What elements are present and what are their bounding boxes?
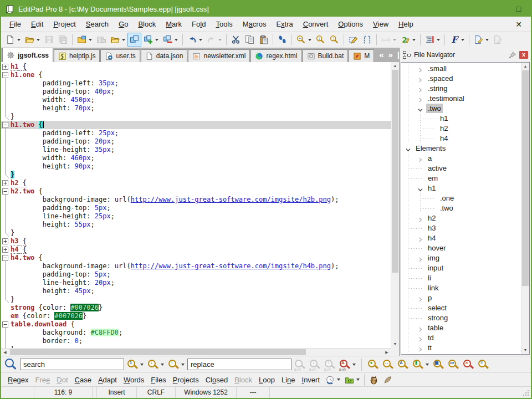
tree-item-p[interactable]: p	[401, 293, 521, 303]
option-projects[interactable]: Projects	[170, 375, 202, 385]
open-file-dropdown[interactable]	[37, 39, 40, 41]
find-next-button[interactable]: ↓	[146, 357, 165, 371]
jump-marks-button[interactable]	[275, 33, 289, 47]
tree-item-hover[interactable]: hover	[401, 243, 521, 253]
tree-item-active[interactable]: active	[401, 163, 521, 173]
menu-view[interactable]: View	[368, 18, 393, 30]
menu-file[interactable]: File	[4, 18, 26, 30]
replace-all-button[interactable]: AS+R	[338, 357, 357, 371]
tree-item-elements[interactable]: Elements	[401, 144, 521, 154]
tree-item-em[interactable]: em	[401, 173, 521, 183]
chevron-right-icon[interactable]	[418, 156, 423, 164]
tab-user-ts[interactable]: user.ts	[100, 49, 140, 62]
fold-collapse-icon[interactable]	[1, 320, 11, 329]
chevron-down-icon[interactable]	[418, 186, 423, 194]
chevron-down-icon[interactable]	[406, 146, 411, 154]
scroll-thumb[interactable]	[392, 70, 398, 273]
scroll-tabs-left[interactable]: «	[377, 49, 386, 60]
show-search-panel-button[interactable]: +	[294, 33, 314, 47]
tree-scroll-down-arrow[interactable]: ▼	[521, 346, 529, 354]
open-file-button[interactable]	[23, 33, 42, 47]
syntax-highlighting-dropdown[interactable]	[412, 39, 416, 41]
search-input[interactable]	[20, 359, 124, 370]
tab-m[interactable]: M	[349, 49, 374, 62]
project-files-dropdown[interactable]	[122, 39, 125, 41]
chevron-right-icon[interactable]	[418, 76, 423, 84]
tab-newsletter-xml[interactable]: newsletter.xml	[188, 49, 250, 62]
tree-item-one[interactable]: .one	[401, 193, 521, 203]
tree-item-input[interactable]: input	[401, 263, 521, 273]
tree-item-h2[interactable]: h2	[401, 213, 521, 223]
text-layout-font-button[interactable]: F	[447, 33, 467, 47]
tree-item-small[interactable]: .small	[401, 64, 521, 74]
tree-item-table[interactable]: table	[401, 323, 521, 333]
editor-horizontal-scrollbar[interactable]: ◀ ▶	[1, 348, 391, 356]
scroll-down-arrow[interactable]: ▼	[391, 340, 399, 348]
title-bar[interactable]: EditPad Pro 8 - [c:\My Documents\Samples…	[1, 1, 531, 17]
option-files[interactable]: Files	[147, 375, 169, 385]
tree-item-testimonial[interactable]: .testimonial	[401, 94, 521, 104]
paste-button[interactable]	[257, 33, 270, 47]
fold-expand-icon[interactable]	[1, 245, 11, 254]
tree-scrollbar[interactable]: ▲ ▼	[521, 63, 529, 354]
search-history-dropdown[interactable]	[337, 378, 340, 381]
tab-helptip-js[interactable]: helptip.js	[54, 49, 100, 62]
project-files-button[interactable]	[108, 33, 127, 47]
tree-item-tt[interactable]: tt	[401, 343, 521, 353]
option-loop[interactable]: Loop	[255, 375, 278, 385]
tree-item-h2[interactable]: h2	[401, 124, 521, 134]
open-project-button[interactable]	[75, 33, 94, 47]
menu-block[interactable]: Block	[133, 18, 161, 30]
fold-collapse-icon[interactable]	[1, 71, 11, 79]
chevron-right-icon[interactable]	[418, 66, 423, 74]
tree-item-select[interactable]: select	[401, 303, 521, 313]
tree-item-h3[interactable]: h3	[401, 223, 521, 233]
favorite-searches-dropdown[interactable]	[356, 378, 360, 381]
replace-all-dropdown[interactable]	[352, 364, 356, 366]
option-invert[interactable]: Invert	[299, 375, 324, 385]
chevron-right-icon[interactable]	[418, 216, 423, 224]
scroll-tabs-right[interactable]: »	[386, 49, 395, 60]
fold-expand-icon[interactable]	[1, 179, 11, 187]
cut-matches-button[interactable]: ×	[462, 357, 475, 371]
tree-item-string[interactable]: .string	[401, 84, 521, 94]
menu-tools[interactable]: Tools	[211, 18, 237, 30]
chevron-down-icon[interactable]	[418, 106, 423, 114]
search-up-button[interactable]: ↑	[328, 33, 341, 47]
tree-item-a[interactable]: a	[401, 154, 521, 163]
maximize-button[interactable]: □	[507, 1, 531, 17]
chevron-right-icon[interactable]	[418, 96, 423, 104]
close-project-button[interactable]	[161, 33, 180, 47]
replace-input[interactable]	[187, 359, 291, 370]
tab-data-json[interactable]: data.json	[141, 49, 188, 62]
search-titlecase-button[interactable]: A	[396, 357, 410, 371]
tree-item-td[interactable]: td	[401, 333, 521, 343]
syntax-highlighting-button[interactable]: 2	[398, 33, 418, 47]
edit-another-copy-button[interactable]	[472, 33, 491, 47]
pin-icon[interactable]	[508, 51, 516, 59]
option-closed[interactable]: Closed	[202, 375, 231, 385]
fold-expand-icon[interactable]	[1, 63, 11, 71]
edit-another-copy-dropdown[interactable]	[485, 39, 489, 41]
tree-item-h1[interactable]: h1	[401, 183, 521, 193]
tree-item-strong[interactable]: strong	[401, 313, 521, 323]
rectangular-select-button[interactable]	[346, 33, 360, 47]
new-file-dropdown[interactable]	[17, 39, 21, 41]
tree-item-li[interactable]: li	[401, 273, 521, 283]
find-previous-button[interactable]: ↑	[167, 357, 186, 371]
tree-item-spaced[interactable]: .spaced	[401, 74, 521, 84]
tree-item-h4[interactable]: h4	[401, 134, 521, 144]
indent-options-dropdown[interactable]	[437, 39, 440, 41]
chevron-right-icon[interactable]	[418, 345, 423, 354]
regexmagic-button[interactable]	[381, 372, 395, 387]
scroll-left-arrow[interactable]: ◀	[1, 350, 9, 355]
tree-scroll-up-arrow[interactable]: ▲	[521, 63, 529, 70]
option-adapt[interactable]: Adapt	[95, 375, 120, 385]
code-area[interactable]: h1 {h1.one { padding-left: 35px; padding…	[1, 63, 391, 348]
highlight-matches-button[interactable]: ●	[366, 357, 380, 371]
close-project-dropdown[interactable]	[175, 39, 178, 41]
redo-dropdown[interactable]	[218, 39, 222, 41]
menu-go[interactable]: Go	[114, 18, 133, 30]
resize-grip[interactable]	[528, 395, 529, 396]
chevron-right-icon[interactable]	[418, 295, 423, 304]
